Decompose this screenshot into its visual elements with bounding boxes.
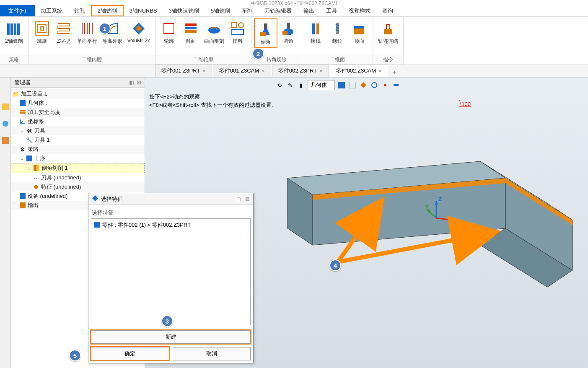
svg-marker-61 bbox=[448, 218, 451, 222]
tab-part002-prt[interactable]: 零件002.Z3PRT× bbox=[272, 64, 329, 77]
tab-part002-cam[interactable]: 零件002.Z3CAM× bbox=[330, 64, 388, 77]
close-icon[interactable]: × bbox=[378, 68, 382, 74]
tree-op-feature[interactable]: 特征 (undefined) bbox=[11, 182, 145, 192]
ribbon-engrave[interactable]: 曲面雕刻 bbox=[202, 18, 227, 47]
close-icon[interactable]: × bbox=[319, 68, 323, 74]
ribbon-spiral[interactable]: 螺旋 bbox=[31, 18, 53, 47]
svg-point-49 bbox=[372, 83, 377, 88]
ribbon-nest[interactable]: 排料 bbox=[227, 18, 249, 47]
tab-part001-prt[interactable]: 零件001.Z3PRT× bbox=[155, 64, 212, 77]
menu-3axis-fast[interactable]: 3轴快速铣削 bbox=[163, 5, 205, 16]
svg-rect-46 bbox=[338, 82, 345, 88]
file-menu[interactable]: 文件(F) bbox=[0, 5, 35, 16]
feature-list-item[interactable]: 零件 : 零件002 (1) < 零件002.Z3PRT bbox=[93, 220, 249, 230]
menu-machining-system[interactable]: 加工系统 bbox=[35, 5, 68, 16]
svg-rect-14 bbox=[164, 23, 174, 34]
tree-chamfer-op[interactable]: ⌄倒角切削 1 bbox=[11, 163, 145, 173]
side-icon-3[interactable] bbox=[1, 136, 10, 145]
axis-z-label: Z bbox=[438, 196, 442, 202]
menu-inquire[interactable]: 查询 bbox=[376, 5, 399, 16]
tree-op-tool[interactable]: ⋯刀具 (undefined) bbox=[11, 173, 145, 182]
close-icon[interactable]: × bbox=[262, 68, 265, 74]
vt-icon-6[interactable] bbox=[359, 81, 368, 89]
vt-icon-2[interactable]: ✎ bbox=[286, 81, 294, 89]
ribbon-2axis-mill[interactable]: 2轴铣削 bbox=[3, 18, 26, 47]
svg-rect-4 bbox=[35, 22, 49, 35]
menu-output[interactable]: 输出 bbox=[298, 5, 320, 16]
profile-icon bbox=[161, 20, 177, 37]
dialog-title: 选择特征 bbox=[101, 195, 123, 203]
link-icon bbox=[380, 20, 396, 37]
svg-rect-2 bbox=[14, 23, 16, 35]
cube-icon bbox=[19, 100, 26, 106]
dialog-help-icon[interactable]: ◻ bbox=[236, 196, 241, 202]
menu-tools[interactable]: 工具 bbox=[320, 5, 343, 16]
vt-icon-9[interactable] bbox=[392, 81, 400, 89]
ribbon-profile[interactable]: 轮廓 bbox=[158, 18, 180, 47]
side-icon-1[interactable] bbox=[1, 103, 10, 111]
vt-icon-3[interactable]: ▮ bbox=[297, 81, 305, 89]
ribbon-parallel[interactable]: 单向平行 bbox=[75, 18, 100, 47]
collapse-icon[interactable]: ⌄ bbox=[26, 166, 31, 171]
tree-tools[interactable]: ⌄🛠刀具 bbox=[11, 126, 145, 135]
collapse-icon[interactable]: ⌄ bbox=[19, 129, 24, 133]
tree-strategy[interactable]: ⚙策略 bbox=[11, 145, 145, 154]
ribbon-helix[interactable]: 螺线 bbox=[305, 18, 326, 47]
close-icon[interactable]: × bbox=[202, 68, 206, 74]
side-icon-2[interactable] bbox=[1, 119, 10, 128]
collapse-icon[interactable]: ⌄ bbox=[19, 156, 24, 161]
svg-point-35 bbox=[3, 121, 8, 127]
svg-rect-17 bbox=[185, 30, 197, 33]
menu-visual-style[interactable]: 视觉样式 bbox=[343, 5, 376, 16]
svg-rect-41 bbox=[34, 165, 36, 171]
chamfer-icon bbox=[257, 21, 274, 38]
filter-combo[interactable]: 几何体 bbox=[308, 80, 335, 90]
tree-safeheight[interactable]: 加工安全高度 bbox=[11, 108, 145, 117]
svg-point-50 bbox=[384, 84, 386, 86]
vt-icon-5[interactable] bbox=[348, 81, 357, 89]
ribbon-thread[interactable]: 螺纹 bbox=[326, 18, 348, 47]
tree-operations[interactable]: ⌄工序 bbox=[11, 154, 145, 163]
tree-tool-1[interactable]: 🔧刀具 1 bbox=[11, 135, 145, 145]
tab-part001-cam[interactable]: 零件001.Z3CAM× bbox=[213, 64, 271, 77]
svg-rect-34 bbox=[2, 104, 9, 110]
menu-3axis-nurbs[interactable]: 3轴NURBS bbox=[124, 5, 163, 16]
panel-float-icon[interactable]: ◧ bbox=[129, 79, 134, 86]
ribbon-chamfer[interactable]: 倒角 bbox=[254, 18, 277, 48]
svg-rect-29 bbox=[316, 23, 319, 34]
menu-2axis-mill[interactable]: 2轴铣削 bbox=[91, 5, 124, 16]
new-button[interactable]: 新建 bbox=[91, 330, 251, 344]
tree-geometry[interactable]: 几何体 : bbox=[11, 98, 145, 108]
vt-icon-7[interactable] bbox=[370, 81, 378, 89]
svg-rect-51 bbox=[394, 84, 399, 86]
ok-button[interactable]: 确定 bbox=[91, 347, 169, 360]
vt-icon-4[interactable] bbox=[337, 81, 346, 89]
tree-coordsys[interactable]: 坐标系 bbox=[11, 117, 145, 126]
ribbon-zigzag[interactable]: Z字型 bbox=[53, 18, 75, 47]
ribbon: 2轴铣削 策略 螺旋 Z字型 单向平行 等高外形 VoluMill2x 二维内腔… bbox=[0, 17, 588, 65]
menu-turning[interactable]: 车削 bbox=[236, 5, 259, 16]
menu-5axis[interactable]: 5轴铣削 bbox=[205, 5, 236, 16]
ribbon-group-contour: 二维轮廓 bbox=[155, 55, 251, 65]
feature-list[interactable]: 零件 : 零件002 (1) < 零件002.Z3PRT bbox=[91, 218, 251, 325]
menu-toolpath-editor[interactable]: 刀轨编辑器 bbox=[259, 5, 298, 16]
dialog-icon bbox=[92, 195, 98, 203]
panel-close-icon[interactable]: ⊠ bbox=[137, 79, 141, 86]
op-icon bbox=[33, 165, 40, 171]
svg-rect-33 bbox=[384, 29, 392, 34]
dialog-close-icon[interactable]: ⊠ bbox=[245, 196, 250, 202]
cancel-button[interactable]: 取消 bbox=[173, 347, 251, 360]
ribbon-volumill[interactable]: VoluMill2x bbox=[125, 18, 153, 45]
svg-point-18 bbox=[208, 27, 220, 34]
ribbon-fillet[interactable]: 圆角 bbox=[277, 18, 299, 47]
ribbon-ramp[interactable]: 斜面 bbox=[180, 18, 202, 47]
svg-rect-19 bbox=[232, 23, 237, 28]
vt-icon-1[interactable]: ⟲ bbox=[275, 81, 283, 89]
ribbon-topface[interactable]: 顶面 bbox=[348, 18, 370, 47]
ribbon-group-command: 指令 bbox=[373, 55, 403, 65]
menu-drill[interactable]: 钻孔 bbox=[68, 5, 91, 16]
vt-icon-8[interactable] bbox=[381, 81, 389, 89]
ribbon-link[interactable]: 轨迹连结 bbox=[376, 18, 401, 47]
add-tab-button[interactable]: + bbox=[389, 67, 401, 77]
tree-root[interactable]: 📁加工设置 1 bbox=[11, 89, 145, 98]
